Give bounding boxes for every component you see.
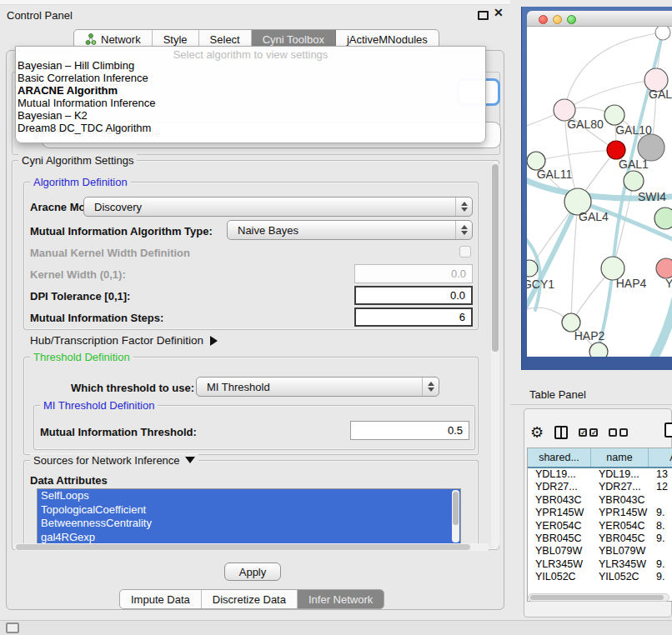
- table-row[interactable]: YLR345WYLR345W9.: [528, 558, 672, 571]
- settings-vertical-scrollbar[interactable]: [491, 162, 499, 548]
- table-row[interactable]: YBR043CYBR043C: [528, 494, 672, 507]
- table-panel-divider: [510, 404, 672, 405]
- table-row[interactable]: YBR045CYBR045C9.: [528, 532, 672, 545]
- network-node[interactable]: [656, 258, 672, 278]
- combo-spinner-icon: [455, 198, 472, 216]
- control-panel-title: Control Panel: [7, 9, 73, 22]
- attribute-item[interactable]: TopologicalCoefficient: [38, 503, 460, 518]
- table-cell: YLR345W: [528, 558, 591, 571]
- tab-infer-network[interactable]: Infer Network: [298, 590, 384, 608]
- table-row[interactable]: YIL052CYIL052C9.: [528, 571, 672, 583]
- table-row[interactable]: YPR145WYPR145W9.: [528, 507, 672, 519]
- node-label: GAL1: [619, 158, 649, 171]
- table-cell: YBR045C: [591, 532, 649, 545]
- network-canvas[interactable]: GALGAL80GAL10GAL1GAL11SWI4GAL4GCY1HAP4YH…: [527, 27, 672, 357]
- table-cell: YPR145W: [528, 507, 591, 519]
- sources-toggle[interactable]: Sources for Network Inference: [30, 454, 198, 467]
- close-icon[interactable]: ✕: [494, 6, 504, 19]
- checked-boxes-icon[interactable]: ✓✓: [579, 428, 598, 437]
- network-node[interactable]: [527, 260, 538, 277]
- algorithm-option[interactable]: Dream8 DC_TDC Algorithm: [16, 122, 485, 134]
- attribute-item[interactable]: SelfLoops: [38, 489, 460, 503]
- table-row[interactable]: YBL079WYBL079W: [528, 545, 672, 558]
- table-cell: 8.: [649, 520, 672, 532]
- column-header[interactable]: shared...: [528, 448, 591, 467]
- table-row[interactable]: YER054CYER054C8.: [528, 520, 672, 532]
- screen: Control Panel ✕ NetworkStyleSelectCyni T…: [0, 0, 672, 635]
- hub-definition-toggle[interactable]: Hub/Transcription Factor Definition: [30, 334, 218, 347]
- network-node[interactable]: [589, 342, 608, 357]
- kernel-width-field[interactable]: [354, 264, 473, 283]
- which-threshold-label: Which threshold to use:: [71, 382, 194, 394]
- table-cell: YIL052C: [528, 571, 591, 583]
- table-horizontal-scrollbar[interactable]: [528, 593, 669, 602]
- algorithm-dropdown-popup: Select algorithm to view settings Bayesi…: [15, 46, 486, 143]
- which-threshold-value: MI Threshold: [197, 381, 422, 393]
- unchecked-boxes-icon[interactable]: [609, 428, 628, 437]
- manual-kernel-checkbox[interactable]: [459, 246, 471, 258]
- network-window-titlebar[interactable]: [527, 11, 672, 27]
- table-cell: YDR27...: [591, 481, 649, 493]
- mi-steps-field[interactable]: [354, 308, 473, 327]
- attributes-scrollbar[interactable]: [452, 490, 459, 542]
- tab-label: jActiveMNodules: [347, 33, 428, 46]
- network-edge-thick[interactable]: [527, 202, 578, 314]
- minimize-traffic-light-icon[interactable]: [553, 15, 562, 24]
- attribute-item[interactable]: gal4RGexp: [38, 531, 460, 544]
- table-cell: YPR145W: [591, 507, 649, 519]
- attribute-item[interactable]: BetweennessCentrality: [38, 517, 460, 531]
- tab-impute-data[interactable]: Impute Data: [120, 590, 202, 608]
- tab-discretize-data[interactable]: Discretize Data: [202, 590, 298, 608]
- table-cell: YDR27...: [528, 481, 591, 493]
- network-edge[interactable]: [536, 150, 616, 161]
- gear-icon[interactable]: ⚙: [530, 425, 544, 440]
- network-node[interactable]: [624, 171, 644, 191]
- table-cell: [649, 545, 672, 558]
- table-row[interactable]: YDR27...YDR27...12: [528, 481, 672, 493]
- network-node[interactable]: [655, 27, 670, 40]
- mi-threshold-label: Mutual Information Threshold:: [40, 426, 197, 438]
- group-title: Cyni Algorithm Settings: [18, 154, 137, 167]
- algorithm-option[interactable]: Mutual Information Inference: [16, 97, 485, 109]
- tab-label: Style: [163, 33, 188, 46]
- table-cell: 9.: [649, 532, 672, 545]
- table-cell: YBL079W: [528, 545, 591, 558]
- split-columns-icon[interactable]: [554, 426, 568, 439]
- column-header[interactable]: name: [591, 448, 649, 467]
- table-cell: YDL19...: [591, 468, 649, 481]
- algorithm-option[interactable]: Bayesian – K2: [16, 109, 485, 122]
- which-threshold-combo[interactable]: MI Threshold: [196, 377, 439, 397]
- mi-type-label: Mutual Information Algorithm Type:: [30, 225, 213, 238]
- table-header-row: shared...nameA: [528, 448, 672, 468]
- apply-button[interactable]: Apply: [224, 562, 281, 581]
- algorithm-option[interactable]: Basic Correlation Inference: [16, 72, 485, 84]
- settings-horizontal-scrollbar[interactable]: [14, 543, 489, 551]
- status-strip: [0, 620, 672, 635]
- aracne-mode-combo[interactable]: Discovery: [83, 197, 473, 217]
- expanded-arrow-icon: [185, 457, 195, 463]
- network-edge-thick[interactable]: [652, 298, 672, 357]
- network-node[interactable]: [607, 141, 625, 159]
- network-node[interactable]: [654, 208, 672, 229]
- mi-threshold-field[interactable]: [350, 421, 469, 440]
- zoom-traffic-light-icon[interactable]: [567, 15, 576, 24]
- algorithm-option[interactable]: Bayesian – Hill Climbing: [16, 59, 485, 72]
- collapsed-arrow-icon: [210, 336, 218, 346]
- mi-type-combo[interactable]: Naive Bayes: [227, 220, 473, 240]
- close-traffic-light-icon[interactable]: [539, 15, 548, 24]
- table-body: YDL19...YDL19...13YDR27...YDR27...12YBR0…: [528, 468, 672, 584]
- float-window-icon[interactable]: [478, 11, 489, 20]
- minimized-panel-icon[interactable]: [6, 622, 19, 633]
- column-header[interactable]: A: [649, 448, 672, 467]
- node-label: SWI4: [638, 190, 666, 203]
- table-row[interactable]: YDL19...YDL19...13: [528, 468, 672, 481]
- network-node[interactable]: [604, 105, 624, 125]
- table-cell: 12: [649, 481, 672, 493]
- network-icon: [85, 33, 97, 45]
- algorithm-option[interactable]: ARACNE Algorithm: [16, 84, 485, 97]
- combo-spinner-icon: [455, 221, 472, 239]
- document-icon[interactable]: [664, 422, 672, 438]
- hub-definition-label: Hub/Transcription Factor Definition: [30, 334, 203, 347]
- dpi-tolerance-field[interactable]: [354, 286, 473, 305]
- table-cell: YER054C: [591, 520, 649, 532]
